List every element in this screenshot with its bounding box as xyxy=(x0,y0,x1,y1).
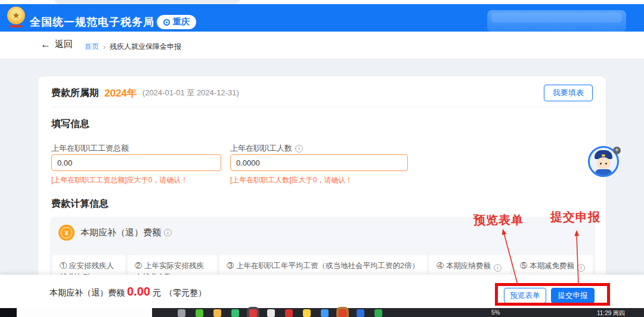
breadcrumb-home-link[interactable]: 首页 xyxy=(85,42,99,52)
annotation-preview-label: 预览表单 xyxy=(473,212,524,228)
calc-info-section-title: 费款计算信息 xyxy=(51,198,109,210)
breadcrumb-current: 残疾人就业保障金申报 xyxy=(110,42,181,52)
info-icon[interactable]: i xyxy=(494,264,501,272)
browser-icon[interactable] xyxy=(321,309,329,317)
mascot-face xyxy=(596,157,611,169)
redacted-user-info-box[interactable] xyxy=(487,10,626,32)
mascot-eye xyxy=(605,163,607,164)
taskbar-clock[interactable]: 11:29 周四 xyxy=(597,309,625,317)
battery-status: 5% xyxy=(491,309,500,316)
declaration-card: 费款所属期 2024年 (2024-01-01 至 2024-12-31) 我要… xyxy=(38,76,606,281)
back-label: 返回 xyxy=(55,39,73,50)
green-chat-icon[interactable] xyxy=(231,309,239,317)
salary-total-label: 上年在职职工工资总额 xyxy=(51,143,129,154)
emblem-red-bar xyxy=(10,25,22,27)
app-title: 全国统一规范电子税务局 xyxy=(30,15,154,29)
notes-icon[interactable] xyxy=(267,309,275,317)
info-icon[interactable]: i xyxy=(577,264,585,272)
footer-result: 本期应补（退）费额 0.00 元 （零元整） xyxy=(49,285,206,299)
divider xyxy=(51,107,593,107)
employee-count-label: 上年在职职工人数 i xyxy=(230,143,303,154)
salary-total-input[interactable] xyxy=(51,154,221,171)
mascot-expand-icon[interactable]: + xyxy=(613,147,621,154)
period-row: 费款所属期 2024年 (2024-01-01 至 2024-12-31) 我要… xyxy=(51,84,593,102)
panel-title-row: ¥ 本期应补（退）费额 i xyxy=(58,225,172,241)
mail-app-icon[interactable] xyxy=(357,309,364,317)
location-pill[interactable]: 重庆 xyxy=(157,15,196,29)
emblem-star-icon: ★ xyxy=(7,7,25,24)
panel-title: 本期应补（退）费额 i xyxy=(80,227,172,238)
period-year: 2024年 xyxy=(104,86,137,100)
taskbar-left-block xyxy=(0,308,17,317)
taskbar-icons xyxy=(178,309,382,317)
yen-coin-icon: ¥ xyxy=(58,225,75,241)
footer-amount: 0.00 xyxy=(127,285,150,299)
mascot-eye xyxy=(600,163,602,164)
window-icon[interactable] xyxy=(178,309,185,317)
period-range: (2024-01-01 至 2024-12-31) xyxy=(143,88,239,98)
fill-info-section-title: 填写信息 xyxy=(51,118,89,130)
input-method-icon[interactable] xyxy=(303,309,311,317)
footer-unit: 元 xyxy=(153,288,161,299)
footer-amount-words: （零元整） xyxy=(165,288,206,299)
media-app-icon[interactable] xyxy=(285,309,293,317)
nav-row: ← 返回 首页 › 残疾人就业保障金申报 xyxy=(0,32,644,58)
salary-total-error: [上年在职职工工资总额]应大于0，请确认！ xyxy=(51,175,188,185)
window-gap xyxy=(17,308,152,317)
breadcrumb-separator: › xyxy=(103,43,106,51)
mascot-collar xyxy=(595,169,612,176)
yen-glyph: ¥ xyxy=(61,227,72,238)
folder-icon[interactable] xyxy=(213,309,221,317)
wechat-icon[interactable] xyxy=(196,309,203,317)
calc-col-reduction-text: ⑤ 本期减免费额 xyxy=(520,262,574,270)
green-app-icon[interactable] xyxy=(374,309,382,317)
fill-form-button[interactable]: 我要填表 xyxy=(544,85,593,101)
calc-col-avg-salary-text: ③ 上年在职职工年平均工资（或当地社会平均工资的2倍） xyxy=(227,262,419,270)
back-button[interactable]: ← 返回 xyxy=(41,39,73,50)
annotation-submit-label: 提交申报 xyxy=(550,209,600,225)
employee-count-input[interactable] xyxy=(230,154,408,171)
breadcrumb: 首页 › 残疾人就业保障金申报 xyxy=(85,42,181,52)
page-background: 费款所属期 2024年 (2024-01-01 至 2024-12-31) 我要… xyxy=(0,58,644,309)
employee-count-label-text: 上年在职职工人数 xyxy=(230,143,292,154)
employee-count-error: [上年在职职工人数]应大于0，请确认！ xyxy=(230,175,352,185)
browser-top-strip xyxy=(0,0,644,4)
screen: ★ 全国统一规范电子税务局 重庆 ← 返回 首页 › 残疾人就业保障金申报 费款… xyxy=(0,0,644,317)
location-label: 重庆 xyxy=(173,17,190,27)
annotation-highlight-box xyxy=(495,283,610,306)
mascot-widget: + xyxy=(588,145,625,181)
back-arrow-icon: ← xyxy=(41,39,51,49)
tax-client-icon[interactable] xyxy=(339,309,346,317)
footer-result-label: 本期应补（退）费额 xyxy=(49,288,125,299)
location-pin-icon xyxy=(163,19,170,26)
panel-title-text: 本期应补（退）费额 xyxy=(80,227,161,238)
period-label: 费款所属期 xyxy=(51,87,99,100)
info-icon[interactable]: i xyxy=(164,229,172,237)
info-icon[interactable]: i xyxy=(295,145,303,153)
app-header: ★ 全国统一规范电子税务局 重庆 xyxy=(0,4,644,32)
os-taskbar: 5% 11:29 周四 xyxy=(0,308,644,317)
calc-col-payable-text: ④ 本期应纳费额 xyxy=(436,262,491,270)
browser-tab-hint xyxy=(55,0,240,4)
active-red-app-icon[interactable] xyxy=(249,309,257,317)
national-emblem-logo: ★ xyxy=(6,7,26,29)
